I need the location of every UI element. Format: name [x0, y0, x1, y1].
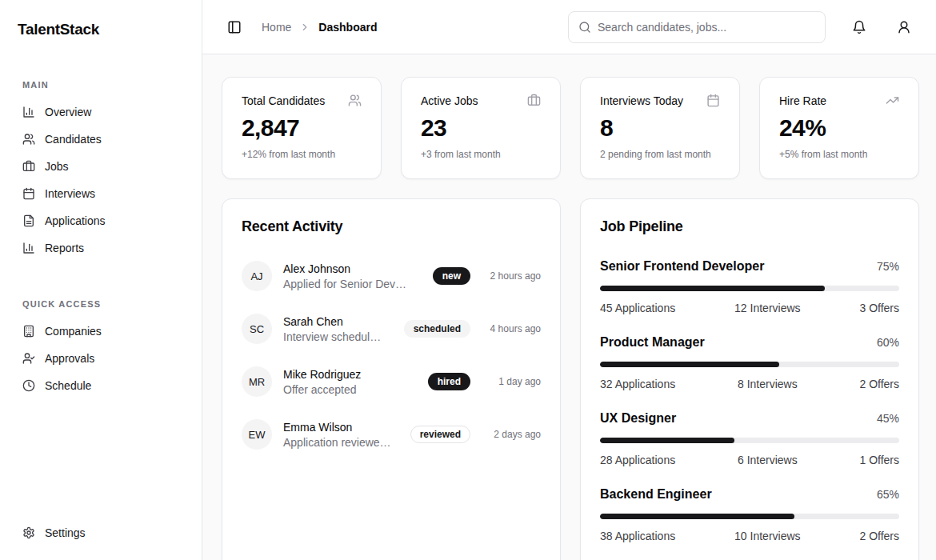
job-interviews: 6 Interviews	[738, 454, 798, 466]
stat-label: Active Jobs	[421, 94, 478, 107]
sidebar-item-settings[interactable]: Settings	[13, 520, 189, 546]
sidebar-toggle-button[interactable]	[222, 14, 247, 40]
status-badge: reviewed	[410, 426, 470, 443]
bell-icon	[852, 20, 866, 34]
sidebar-item-overview[interactable]: Overview	[13, 99, 189, 125]
calendar-icon	[22, 187, 35, 200]
avatar: SC	[242, 314, 272, 344]
progress-bar	[600, 286, 899, 291]
search-box	[568, 11, 826, 43]
job-list: Senior Frontend Developer 75% 45 Applica…	[600, 259, 899, 542]
activity-description: Applied for Senior Dev…	[283, 278, 411, 290]
progress-bar	[600, 362, 899, 367]
header-actions	[837, 14, 917, 40]
activity-list: AJ Alex Johnson Applied for Senior Dev… …	[242, 261, 541, 450]
progress-bar	[600, 438, 899, 443]
sidebar-footer: Settings	[13, 520, 189, 547]
sidebar-item-schedule[interactable]: Schedule	[13, 373, 189, 398]
stat-cards: Total Candidates 2,847 +12% from last mo…	[222, 77, 919, 179]
job-title: Senior Frontend Developer	[600, 259, 764, 274]
file-text-icon	[22, 214, 35, 227]
job-pipeline-title: Job Pipeline	[600, 218, 899, 235]
job-applications: 38 Applications	[600, 530, 675, 542]
list-item: Senior Frontend Developer 75% 45 Applica…	[600, 259, 899, 314]
sidebar-item-label: Jobs	[45, 160, 69, 173]
chevron-right-icon	[299, 22, 310, 33]
user-menu-button[interactable]	[891, 14, 917, 40]
activity-description: Interview schedul…	[283, 330, 393, 343]
stat-value: 8	[600, 114, 720, 142]
job-offers: 2 Offers	[859, 378, 899, 390]
sidebar-item-jobs[interactable]: Jobs	[13, 154, 189, 179]
activity-name: Mike Rodriguez	[283, 368, 417, 381]
list-item: MR Mike Rodriguez Offer accepted hired 1…	[242, 366, 541, 397]
list-item: Backend Engineer 65% 38 Applications 10 …	[600, 487, 899, 542]
stat-label: Total Candidates	[242, 94, 325, 107]
activity-timestamp: 2 days ago	[482, 429, 541, 440]
list-item: EW Emma Wilson Application reviewe… revi…	[242, 419, 541, 450]
stat-change: +12% from last month	[242, 149, 362, 160]
sidebar-section-main: MAIN Overview Candidates Jobs Interviews…	[13, 80, 189, 262]
avatar: MR	[242, 366, 272, 397]
status-badge: scheduled	[404, 320, 470, 338]
stat-value: 23	[421, 114, 541, 142]
list-item: AJ Alex Johnson Applied for Senior Dev… …	[242, 261, 541, 291]
sidebar-item-candidates[interactable]: Candidates	[13, 126, 189, 152]
progress-fill	[600, 438, 734, 443]
job-applications: 32 Applications	[600, 378, 675, 390]
users-icon	[22, 133, 35, 146]
job-offers: 1 Offers	[859, 454, 899, 466]
sidebar-item-label: Reports	[45, 242, 84, 254]
stat-card-hire-rate: Hire Rate 24% +5% from last month	[759, 77, 919, 179]
sidebar-item-label: Companies	[45, 325, 102, 338]
progress-fill	[600, 362, 779, 367]
stat-card-total-candidates: Total Candidates 2,847 +12% from last mo…	[222, 77, 382, 179]
activity-description: Application reviewe…	[283, 436, 399, 449]
stat-label: Hire Rate	[779, 94, 826, 107]
job-pipeline-panel: Job Pipeline Senior Frontend Developer 7…	[580, 198, 919, 560]
stat-value: 24%	[779, 114, 899, 142]
avatar: AJ	[242, 261, 272, 291]
job-title: UX Designer	[600, 411, 676, 426]
sidebar-item-interviews[interactable]: Interviews	[13, 181, 189, 206]
stat-value: 2,847	[242, 114, 362, 142]
sidebar-item-approvals[interactable]: Approvals	[13, 346, 189, 371]
job-interviews: 12 Interviews	[734, 302, 800, 314]
progress-fill	[600, 286, 825, 291]
user-check-icon	[22, 352, 35, 365]
user-icon	[897, 20, 911, 34]
stat-change: +5% from last month	[779, 149, 899, 160]
sidebar-item-reports[interactable]: Reports	[13, 235, 189, 261]
sidebar-item-label: Schedule	[45, 379, 91, 392]
job-offers: 2 Offers	[859, 530, 899, 542]
trending-up-icon	[886, 94, 899, 107]
job-title: Backend Engineer	[600, 487, 712, 502]
briefcase-icon	[527, 94, 541, 107]
sidebar: TalentStack MAIN Overview Candidates Job…	[0, 0, 202, 560]
sidebar-item-applications[interactable]: Applications	[13, 208, 189, 234]
gear-icon	[22, 526, 35, 539]
app-logo: TalentStack	[13, 13, 189, 38]
sidebar-item-label: Approvals	[45, 352, 94, 365]
breadcrumb-home-link[interactable]: Home	[262, 21, 291, 34]
sidebar-item-label: Settings	[45, 526, 86, 539]
status-badge: new	[433, 267, 470, 285]
notifications-button[interactable]	[846, 14, 872, 40]
section-label-main: MAIN	[22, 80, 189, 90]
building-icon	[22, 325, 35, 338]
sidebar-item-label: Candidates	[45, 133, 102, 146]
stat-label: Interviews Today	[600, 94, 683, 107]
section-label-quick-access: QUICK ACCESS	[22, 299, 189, 309]
sidebar-item-label: Interviews	[45, 187, 95, 200]
breadcrumb-current: Dashboard	[318, 21, 377, 34]
activity-name: Sarah Chen	[283, 315, 393, 328]
search-input[interactable]	[598, 21, 815, 34]
breadcrumb: Home Dashboard	[262, 21, 377, 34]
stat-change: +3 from last month	[421, 149, 541, 160]
bar-chart-icon	[22, 242, 35, 254]
sidebar-item-companies[interactable]: Companies	[13, 318, 189, 344]
job-title: Product Manager	[600, 335, 705, 350]
recent-activity-panel: Recent Activity AJ Alex Johnson Applied …	[222, 198, 561, 560]
job-interviews: 10 Interviews	[734, 530, 800, 542]
users-icon	[348, 94, 362, 107]
